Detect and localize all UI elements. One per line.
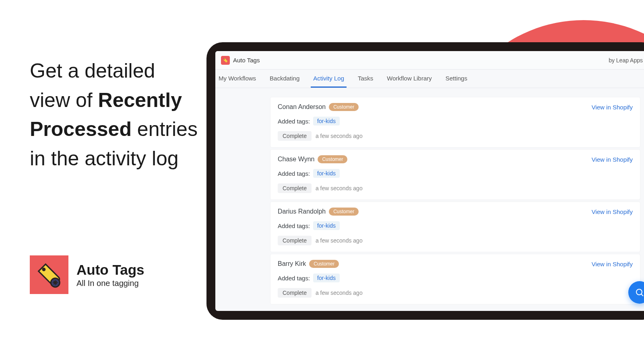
entity-name: Conan Anderson (278, 103, 326, 111)
activity-card: Darius RandolphCustomerView in ShopifyAd… (270, 202, 640, 252)
svg-line-4 (641, 294, 643, 296)
timestamp: a few seconds ago (316, 133, 363, 139)
timestamp: a few seconds ago (316, 290, 363, 296)
added-tags-label: Added tags: (278, 170, 310, 177)
tabs-bar: My WorkflowsBackdatingActivity LogTasksW… (215, 70, 644, 88)
tag-chip: for-kids (313, 117, 340, 125)
timestamp: a few seconds ago (316, 237, 363, 244)
svg-point-0 (42, 268, 46, 272)
app-logo-icon (221, 56, 230, 65)
status-badge: Complete (278, 183, 312, 193)
entity-type-badge: Customer (309, 260, 339, 268)
activity-card: Conan AndersonCustomerView in ShopifyAdd… (270, 97, 640, 148)
tag-chip: for-kids (313, 274, 340, 282)
entity-name: Barry Kirk (278, 260, 306, 267)
marketing-headline: Get a detailed view of Recently Processe… (30, 56, 199, 173)
activity-card: Barry KirkCustomerView in ShopifyAdded t… (270, 254, 640, 304)
entity-name: Chase Wynn (278, 156, 314, 163)
timestamp: a few seconds ago (316, 185, 363, 191)
added-tags-label: Added tags: (278, 275, 310, 282)
brand-name: Auto Tags (76, 262, 144, 278)
activity-card: Chase WynnCustomerView in ShopifyAdded t… (270, 149, 640, 200)
tab-settings[interactable]: Settings (443, 70, 470, 88)
tab-tasks[interactable]: Tasks (355, 70, 376, 88)
entity-name: Darius Randolph (278, 208, 326, 215)
tag-chip: for-kids (313, 221, 340, 230)
tab-my-workflows[interactable]: My Workflows (216, 70, 258, 88)
entity-type-badge: Customer (329, 208, 359, 216)
brand-logo-icon (30, 255, 68, 294)
tab-activity-log[interactable]: Activity Log (311, 70, 347, 88)
app-title: Auto Tags (233, 57, 260, 64)
activity-list: Conan AndersonCustomerView in ShopifyAdd… (215, 88, 644, 304)
tab-backdating[interactable]: Backdating (267, 70, 302, 88)
status-badge: Complete (278, 236, 312, 245)
entity-type-badge: Customer (318, 155, 347, 163)
status-badge: Complete (278, 288, 312, 298)
status-badge: Complete (278, 131, 312, 141)
tab-workflow-library[interactable]: Workflow Library (384, 70, 434, 88)
app-by-label: by Leap Apps (609, 57, 643, 64)
view-in-shopify-link[interactable]: View in Shopify (592, 156, 633, 163)
app-screen: Auto Tags by Leap Apps My WorkflowsBackd… (215, 51, 644, 311)
device-frame: Auto Tags by Leap Apps My WorkflowsBackd… (206, 42, 644, 320)
entity-type-badge: Customer (329, 103, 359, 111)
added-tags-label: Added tags: (278, 118, 310, 125)
brand-block: Auto Tags All In one tagging (30, 255, 144, 294)
view-in-shopify-link[interactable]: View in Shopify (592, 261, 633, 267)
view-in-shopify-link[interactable]: View in Shopify (592, 208, 633, 215)
app-header: Auto Tags by Leap Apps (215, 51, 644, 70)
view-in-shopify-link[interactable]: View in Shopify (592, 104, 633, 111)
tag-chip: for-kids (313, 169, 340, 178)
svg-point-3 (636, 289, 642, 295)
svg-point-2 (224, 59, 225, 60)
added-tags-label: Added tags: (278, 222, 310, 229)
brand-tagline: All In one tagging (76, 279, 144, 288)
